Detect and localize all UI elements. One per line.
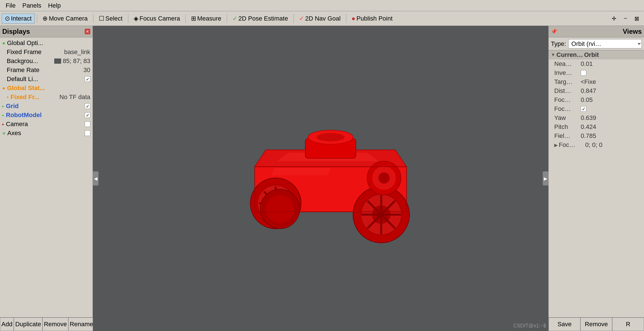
- nav-goal-button[interactable]: ✓ 2D Nav Goal: [296, 14, 344, 24]
- views-field-row: Fiel… 0.785: [549, 131, 644, 140]
- focus-icon: ◈: [134, 15, 138, 22]
- display-grid[interactable]: ▸ Grid ✓: [0, 102, 93, 111]
- views-focal-check-label: Foc…: [554, 105, 580, 113]
- views-focus-point-row[interactable]: ▶ Foc… 0; 0; 0: [549, 140, 644, 149]
- right-panel-collapse-handle[interactable]: ▶: [543, 171, 548, 185]
- views-current-row[interactable]: ▼ Curren… Orbit: [549, 50, 644, 59]
- toolbar-extra-3[interactable]: ⊠: [631, 14, 642, 23]
- axes-checkbox[interactable]: [85, 130, 90, 136]
- views-focus-expand-icon: ▶: [554, 142, 558, 148]
- robot-model-svg: [232, 93, 429, 257]
- left-panel-buttons: Add Duplicate Remove Rename: [0, 317, 93, 331]
- views-target-value: <Fixe: [581, 78, 596, 86]
- views-content: ▼ Curren… Orbit Nea… 0.01 Inve… Targ… <F…: [549, 50, 644, 317]
- left-panel: Displays ✕ ● Global Opti... Fixed Frame …: [0, 26, 93, 331]
- views-target-label: Targ…: [554, 78, 580, 86]
- pose-icon: ✓: [232, 15, 237, 22]
- cursor-icon: ⊙: [5, 15, 10, 22]
- menu-panels[interactable]: Panels: [19, 1, 44, 10]
- views-header: 📌 Views: [549, 26, 644, 37]
- toolbar-extra-2[interactable]: −: [621, 14, 630, 23]
- views-distance-value: 0.847: [581, 87, 596, 95]
- grid-label: Grid: [6, 102, 83, 110]
- focus-camera-label: Focus Camera: [140, 15, 180, 22]
- right-panel: 📌 Views Type: Orbit (rvi… FPS XY Orbit ▼…: [548, 26, 644, 331]
- fixed-frame-status-label: Fixed Fr...: [10, 93, 58, 101]
- toolbar-separator-6: [293, 14, 294, 23]
- global-status-dot: ●: [2, 85, 5, 91]
- toolbar-extra-1[interactable]: ✛: [609, 14, 620, 23]
- display-axes[interactable]: ⊕ Axes: [0, 129, 93, 138]
- measure-icon: ⊞: [191, 15, 196, 22]
- views-focal-checkbox[interactable]: ✓: [581, 106, 586, 112]
- display-default-light: Default Li... ✓: [0, 75, 93, 84]
- pose-estimate-button[interactable]: ✓ 2D Pose Estimate: [229, 14, 291, 24]
- rename-display-button[interactable]: Rename: [68, 317, 95, 331]
- add-display-button[interactable]: Add: [0, 317, 14, 331]
- toolbar-separator-5: [227, 14, 227, 23]
- publish-point-button[interactable]: ● Publish Point: [349, 14, 396, 24]
- toolbar-separator-3: [128, 14, 128, 23]
- views-type-select[interactable]: Orbit (rvi… FPS XY Orbit: [568, 39, 642, 48]
- remove-view-button[interactable]: Remove: [580, 317, 612, 331]
- measure-label: Measure: [197, 15, 221, 22]
- views-invert-checkbox[interactable]: [581, 70, 586, 76]
- remove-display-button[interactable]: Remove: [42, 317, 68, 331]
- displays-header: Displays ✕: [0, 26, 93, 37]
- views-focal-value: 0.05: [581, 96, 593, 104]
- fixed-frame-status-value: No TF data: [59, 93, 90, 101]
- rename-view-button[interactable]: R: [612, 317, 644, 331]
- robot-model-checkbox[interactable]: ✓: [85, 112, 90, 118]
- select-icon: ☐: [99, 15, 104, 22]
- display-global-options[interactable]: ● Global Opti...: [0, 39, 93, 48]
- background-value: 85; 87; 83: [63, 57, 90, 65]
- main-area: Displays ✕ ● Global Opti... Fixed Frame …: [0, 26, 644, 331]
- move-camera-button[interactable]: ⊕ Move Camera: [39, 14, 91, 24]
- views-focus-point-value: 0; 0; 0: [585, 141, 602, 149]
- views-pin-icon: 📌: [551, 28, 557, 35]
- display-global-status[interactable]: ● Global Stat...: [0, 84, 93, 93]
- grid-dot: ▸: [2, 104, 4, 108]
- watermark-text: CSDIT@x1:~$: [513, 323, 546, 329]
- save-view-button[interactable]: Save: [549, 317, 580, 331]
- fixed-frame-value: base_link: [64, 48, 90, 56]
- camera-label: Camera: [6, 120, 83, 128]
- camera-checkbox[interactable]: [85, 121, 90, 127]
- toolbar-separator-7: [346, 14, 346, 23]
- views-focal-label: Foc…: [554, 96, 580, 104]
- global-options-dot: ●: [2, 40, 5, 46]
- global-options-label: Global Opti...: [7, 39, 90, 47]
- measure-button[interactable]: ⊞ Measure: [188, 14, 225, 24]
- displays-close-button[interactable]: ✕: [85, 29, 90, 34]
- views-type-row: Type: Orbit (rvi… FPS XY Orbit: [549, 37, 644, 50]
- focus-camera-button[interactable]: ◈ Focus Camera: [131, 14, 183, 24]
- select-label: Select: [106, 15, 123, 22]
- axes-dot: ⊕: [2, 131, 6, 135]
- displays-title: Displays: [2, 28, 30, 35]
- display-camera[interactable]: ▸ Camera: [0, 120, 93, 129]
- left-panel-collapse-handle[interactable]: ◀: [93, 171, 98, 185]
- duplicate-display-button[interactable]: Duplicate: [14, 317, 42, 331]
- background-color-swatch[interactable]: [54, 59, 61, 64]
- views-invert-row: Inve…: [549, 68, 644, 77]
- frame-rate-value: 30: [84, 66, 90, 74]
- views-title: Views: [623, 28, 642, 35]
- grid-checkbox[interactable]: ✓: [85, 103, 90, 109]
- publish-icon: ●: [352, 15, 355, 22]
- views-focal-check-row: Foc… ✓: [549, 104, 644, 113]
- menu-file[interactable]: File: [2, 1, 19, 10]
- display-robot-model[interactable]: ▸ RobotModel ✓: [0, 111, 93, 120]
- svg-marker-59: [271, 168, 331, 175]
- 3d-viewport[interactable]: ◀ ▶ CSDIT@x1:~$: [93, 26, 548, 331]
- default-light-checkbox[interactable]: ✓: [85, 76, 90, 82]
- menu-help[interactable]: Help: [45, 1, 64, 10]
- menu-bar: File Panels Help: [0, 0, 644, 11]
- views-invert-label: Inve…: [554, 69, 580, 77]
- views-focus-point-label: Foc…: [559, 141, 584, 149]
- pose-estimate-label: 2D Pose Estimate: [239, 15, 288, 22]
- interact-button[interactable]: ⊙ Interact: [2, 14, 35, 24]
- display-fixed-frame: Fixed Frame base_link: [0, 48, 93, 57]
- select-button[interactable]: ☐ Select: [96, 14, 126, 24]
- views-pitch-label: Pitch: [554, 123, 580, 131]
- views-distance-label: Dist…: [554, 87, 580, 95]
